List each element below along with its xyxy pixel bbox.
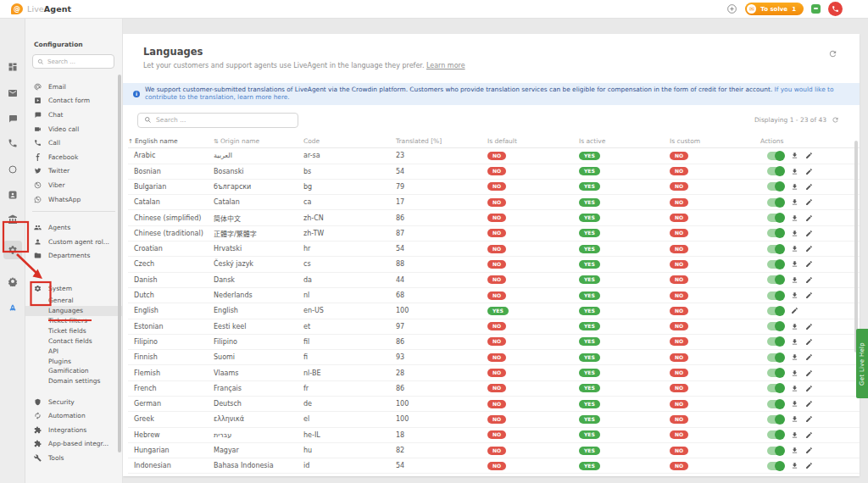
download-icon[interactable] — [791, 245, 798, 253]
sidebar-item-departments[interactable]: Departments — [25, 249, 122, 264]
sidebar-item-facebook[interactable]: Facebook — [25, 150, 122, 164]
active-toggle[interactable] — [767, 400, 784, 408]
edit-icon[interactable] — [805, 260, 813, 268]
edit-icon[interactable] — [805, 462, 813, 469]
download-icon[interactable] — [791, 168, 798, 175]
config-search-input[interactable] — [47, 58, 109, 65]
active-toggle[interactable] — [767, 198, 784, 207]
liveagent-logo[interactable]: @ LiveAgent — [11, 3, 71, 14]
edit-icon[interactable] — [805, 431, 813, 439]
active-toggle[interactable] — [767, 152, 784, 160]
column-header-is-default[interactable]: Is default — [487, 134, 579, 148]
table-scrollbar[interactable] — [854, 141, 858, 353]
active-toggle[interactable] — [767, 337, 784, 346]
active-toggle[interactable] — [767, 384, 784, 392]
column-header-actions[interactable]: Actions — [760, 134, 860, 148]
rail-item-agent-settings[interactable] — [3, 272, 22, 291]
sidebar-item-chat[interactable]: Chat — [25, 108, 122, 122]
table-search-input[interactable] — [156, 116, 292, 124]
download-icon[interactable] — [791, 385, 798, 392]
sidebar-item-whatsapp[interactable]: WhatsApp — [25, 192, 122, 207]
active-toggle[interactable] — [767, 322, 784, 330]
sidebar-subitem-plugins[interactable]: Plugins — [25, 356, 122, 366]
active-toggle[interactable] — [767, 260, 784, 269]
edit-icon[interactable] — [805, 198, 813, 206]
sidebar-item-app-integrations[interactable]: App-based integr... — [25, 437, 122, 452]
sidebar-item-email[interactable]: Email — [25, 80, 122, 94]
call-status-icon[interactable] — [828, 2, 843, 16]
sidebar-item-viber[interactable]: Viber — [25, 178, 122, 192]
edit-icon[interactable] — [805, 369, 813, 377]
rail-item-academy[interactable] — [3, 210, 22, 229]
edit-icon[interactable] — [805, 245, 813, 253]
rail-item-reports[interactable] — [3, 160, 22, 179]
edit-icon[interactable] — [805, 338, 813, 346]
rail-item-dashboard[interactable] — [3, 58, 22, 76]
sidebar-subitem-api[interactable]: API — [25, 346, 122, 356]
active-toggle[interactable] — [767, 353, 784, 362]
rail-item-calls[interactable] — [3, 134, 22, 153]
chat-status-icon[interactable] — [811, 4, 821, 14]
sidebar-item-contact-form[interactable]: Contact form — [25, 94, 122, 108]
to-solve-button[interactable]: ✉ To solve 1 — [745, 3, 804, 15]
sidebar-subitem-ticket-filters[interactable]: Ticket filters — [25, 316, 122, 326]
active-toggle[interactable] — [767, 214, 784, 222]
edit-icon[interactable] — [805, 415, 813, 423]
edit-icon[interactable] — [805, 276, 813, 284]
column-header-is-active[interactable]: Is active — [579, 134, 670, 148]
download-icon[interactable] — [791, 152, 798, 159]
sidebar-item-system[interactable]: System — [25, 281, 122, 296]
get-live-help-tab[interactable]: Get Live Help — [856, 329, 868, 398]
download-icon[interactable] — [791, 353, 798, 361]
active-toggle[interactable] — [767, 245, 784, 253]
active-toggle[interactable] — [767, 369, 784, 377]
sidebar-subitem-gamification[interactable]: Gamification — [25, 366, 122, 376]
column-header-english-name[interactable]: ↑English name — [128, 134, 214, 148]
sidebar-item-integrations[interactable]: Integrations — [25, 423, 122, 437]
download-icon[interactable] — [791, 230, 798, 237]
sidebar-subitem-contact-fields[interactable]: Contact fields — [25, 336, 122, 346]
sidebar-subitem-languages[interactable]: Languages — [25, 306, 122, 316]
active-toggle[interactable] — [767, 415, 784, 424]
edit-icon[interactable] — [791, 307, 798, 314]
download-icon[interactable] — [791, 415, 798, 423]
active-toggle[interactable] — [767, 447, 784, 455]
download-icon[interactable] — [791, 369, 798, 377]
edit-icon[interactable] — [805, 214, 813, 222]
column-header-translated-[interactable]: Translated [%] — [396, 134, 487, 148]
edit-icon[interactable] — [805, 353, 813, 361]
rail-item-customers[interactable] — [3, 186, 22, 204]
column-header-is-custom[interactable]: Is custom — [670, 134, 760, 148]
download-icon[interactable] — [791, 183, 798, 191]
active-toggle[interactable] — [767, 182, 784, 191]
active-toggle[interactable] — [767, 307, 784, 315]
edit-icon[interactable] — [805, 183, 813, 191]
column-header-origin-name[interactable]: ⇅Origin name — [214, 134, 303, 148]
add-new-icon[interactable] — [726, 3, 737, 14]
download-icon[interactable] — [791, 447, 798, 454]
sidebar-item-video-call[interactable]: Video call — [25, 122, 122, 136]
download-icon[interactable] — [791, 291, 798, 299]
table-search-box[interactable] — [137, 113, 298, 128]
download-icon[interactable] — [791, 338, 798, 346]
active-toggle[interactable] — [767, 275, 784, 284]
download-icon[interactable] — [791, 462, 798, 469]
sidebar-item-call[interactable]: Call — [25, 136, 122, 150]
download-icon[interactable] — [791, 260, 798, 268]
edit-icon[interactable] — [805, 230, 813, 237]
sidebar-subitem-ticket-fields[interactable]: Ticket fields — [25, 325, 122, 336]
sidebar-subitem-general[interactable]: General — [25, 296, 122, 306]
sidebar-item-security[interactable]: Security — [25, 395, 122, 409]
edit-icon[interactable] — [805, 385, 813, 392]
download-icon[interactable] — [791, 214, 798, 222]
edit-icon[interactable] — [805, 447, 813, 454]
refresh-icon[interactable] — [832, 116, 839, 124]
rail-item-chats[interactable] — [3, 109, 22, 128]
sidebar-item-custom-agent-roles[interactable]: Custom agent rol... — [25, 235, 122, 249]
learn-more-link[interactable]: Learn more — [426, 62, 465, 69]
edit-icon[interactable] — [805, 152, 813, 159]
edit-icon[interactable] — [805, 291, 813, 299]
config-scrollbar[interactable] — [118, 75, 121, 452]
active-toggle[interactable] — [767, 167, 784, 175]
config-search-box[interactable] — [32, 54, 114, 69]
